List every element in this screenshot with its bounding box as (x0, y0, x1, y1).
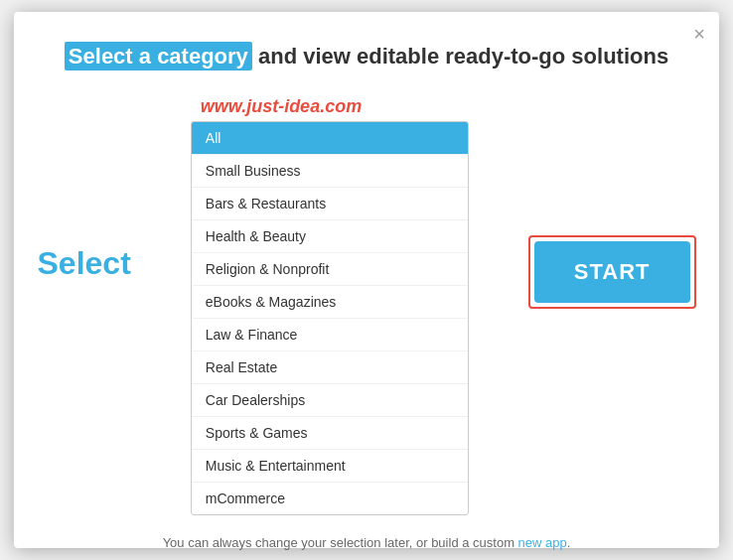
dropdown-item-small-business[interactable]: Small Business (192, 155, 468, 188)
modal-container: × Select a category and view editable re… (14, 12, 719, 548)
dropdown-item-bars-restaurants[interactable]: Bars & Restaurants (192, 188, 468, 220)
title-highlight: Select a category (65, 42, 252, 70)
dropdown-item-real-estate[interactable]: Real Estate (192, 351, 468, 384)
dropdown-item-car-dealerships[interactable]: Car Dealerships (192, 384, 468, 417)
select-label: Select (38, 245, 131, 282)
dropdown-item-health-beauty[interactable]: Health & Beauty (192, 220, 468, 253)
start-button-container: START (528, 235, 696, 309)
category-dropdown-list: AllSmall BusinessBars & RestaurantsHealt… (191, 121, 469, 515)
dropdown-item-mcommerce[interactable]: mCommerce (192, 483, 468, 514)
footer-text: You can always change your selection lat… (163, 535, 518, 550)
dropdown-item-sports-games[interactable]: Sports & Games (192, 417, 468, 450)
watermark: www.just-idea.com (201, 96, 362, 117)
modal-footer: You can always change your selection lat… (163, 535, 571, 550)
start-button[interactable]: START (534, 241, 690, 303)
modal-title: Select a category and view editable read… (65, 42, 668, 72)
dropdown-item-ebooks-magazines[interactable]: eBooks & Magazines (192, 286, 468, 319)
dropdown-item-law-finance[interactable]: Law & Finance (192, 319, 468, 351)
modal-body: Select www.just-idea.com AllSmall Busine… (54, 96, 679, 515)
dropdown-item-religion-nonprofit[interactable]: Religion & Nonprofit (192, 253, 468, 286)
close-button[interactable]: × (693, 24, 705, 44)
dropdown-item-all[interactable]: All (192, 122, 468, 155)
footer-link[interactable]: new app (518, 535, 567, 550)
footer-end: . (567, 535, 571, 550)
dropdown-item-music-entertainment[interactable]: Music & Entertainment (192, 450, 468, 483)
start-button-wrapper: START (528, 235, 696, 309)
title-rest: and view editable ready-to-go solutions (252, 44, 668, 69)
dropdown-container: www.just-idea.com AllSmall BusinessBars … (191, 96, 469, 515)
